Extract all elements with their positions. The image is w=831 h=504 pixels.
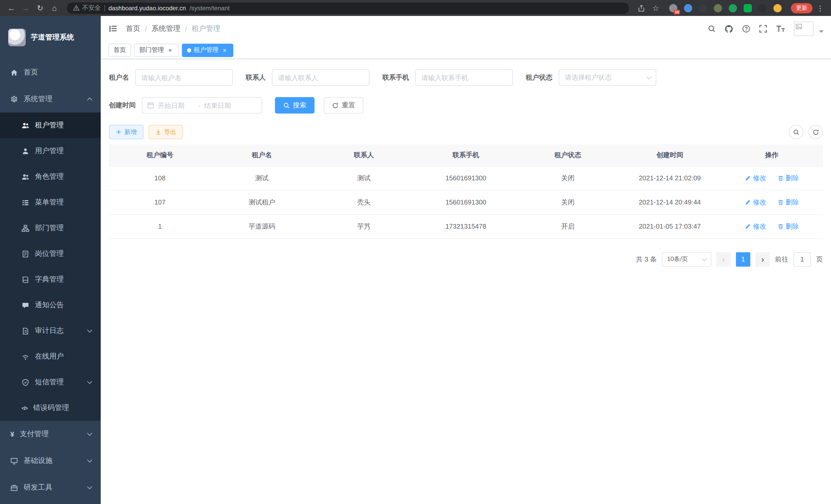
sidebar-item-label: 角色管理 (35, 172, 64, 181)
extension-icon-1[interactable]: 10 (669, 4, 677, 12)
cell-tenant-name: 测试 (211, 166, 313, 190)
total-count: 共 3 条 (636, 255, 657, 264)
tab-tenant[interactable]: 租户管理 × (182, 43, 233, 57)
action-label: 修改 (753, 173, 766, 183)
start-date-input[interactable] (158, 101, 195, 109)
browser-home-icon[interactable]: ⌂ (48, 2, 61, 13)
security-chip[interactable]: 不安全 (73, 4, 101, 12)
forward-icon[interactable]: → (20, 2, 32, 13)
sidebar-item-audit-log[interactable]: 审计日志 (0, 318, 101, 344)
sidebar-item-dict[interactable]: 字典管理 (0, 267, 101, 292)
sidebar-item-menu[interactable]: 菜单管理 (0, 189, 101, 215)
breadcrumb-system[interactable]: 系统管理 (152, 24, 180, 33)
sidebar: 芋道管理系统 首页 系统管理 租户管 (0, 16, 101, 504)
delete-button[interactable]: 删除 (777, 222, 799, 231)
toggle-search-button[interactable] (789, 125, 803, 139)
fullscreen-icon[interactable] (759, 25, 767, 33)
edit-button[interactable]: 修改 (745, 173, 766, 183)
app-title: 芋道管理系统 (31, 33, 74, 42)
cell-actions: 修改 删除 (721, 190, 823, 214)
sidebar-item-tools[interactable]: 研发工具 (0, 474, 101, 501)
org-tree-icon (22, 224, 29, 232)
close-icon[interactable]: × (167, 47, 174, 54)
help-icon[interactable] (742, 25, 750, 33)
github-icon[interactable] (725, 24, 733, 33)
badge-icon (22, 250, 29, 258)
share-icon[interactable] (635, 2, 648, 13)
tab-dept[interactable]: 部门管理 × (134, 43, 179, 57)
filter-contact: 联系人 (246, 69, 370, 86)
font-size-icon[interactable] (776, 25, 785, 32)
tab-home[interactable]: 首页 (109, 43, 131, 57)
cell-phone: 15601691300 (415, 190, 517, 214)
add-button[interactable]: 新增 (109, 125, 143, 139)
date-range-picker[interactable]: - (142, 97, 262, 114)
address-bar[interactable]: 不安全 dashboard.yudao.iocoder.cn /system/t… (67, 2, 629, 13)
sidebar-item-tenant[interactable]: 租户管理 (0, 113, 101, 138)
sidebar-item-online-user[interactable]: 在线用户 (0, 344, 101, 369)
next-page-button[interactable]: › (755, 252, 770, 266)
avatar-caret-icon[interactable] (819, 30, 823, 33)
end-date-input[interactable] (204, 101, 241, 109)
sidebar-item-label: 租户管理 (35, 121, 64, 130)
field-label: 创建时间 (109, 101, 136, 110)
extension-icon-2[interactable] (684, 4, 692, 12)
sidebar-item-system[interactable]: 系统管理 (0, 86, 101, 113)
avatar[interactable] (794, 22, 813, 36)
sidebar-item-post[interactable]: 岗位管理 (0, 241, 101, 267)
sidebar-item-error-code[interactable]: </> 错误码管理 (0, 395, 101, 421)
delete-button[interactable]: 删除 (777, 173, 799, 183)
page-number-button[interactable]: 1 (736, 252, 750, 266)
goto-page-input[interactable] (794, 252, 811, 266)
search-button[interactable]: 搜索 (275, 97, 315, 114)
sidebar-item-sms[interactable]: 短信管理 (0, 369, 101, 395)
contact-input[interactable] (272, 69, 370, 86)
sidebar-item-role[interactable]: 角色管理 (0, 164, 101, 189)
refresh-table-button[interactable] (808, 125, 823, 139)
cell-status: 关闭 (517, 190, 619, 214)
prev-page-button[interactable]: ‹ (716, 252, 731, 266)
extension-icon-8[interactable] (773, 4, 782, 12)
cell-contact: 测试 (313, 166, 415, 190)
plus-icon (116, 129, 122, 135)
tenant-name-input[interactable] (135, 69, 233, 86)
search-icon[interactable] (708, 25, 716, 33)
bookmark-star-icon[interactable]: ☆ (650, 2, 662, 13)
phone-input[interactable] (415, 69, 513, 86)
document-icon (22, 327, 29, 335)
back-icon[interactable]: ← (5, 2, 18, 13)
sidebar-item-infra[interactable]: 基础设施 (0, 447, 101, 474)
button-label: 搜索 (293, 101, 306, 110)
extension-icon-4[interactable] (714, 4, 722, 12)
close-icon[interactable]: × (221, 47, 228, 54)
sidebar-item-pay[interactable]: ¥ 支付管理 (0, 421, 101, 447)
edit-button[interactable]: 修改 (745, 198, 766, 207)
search-icon (283, 102, 290, 109)
trash-icon (777, 199, 783, 205)
browser-menu-icon[interactable]: ⋮ (814, 4, 826, 12)
extension-icon-3[interactable] (699, 4, 707, 12)
sidebar-item-dept[interactable]: 部门管理 (0, 215, 101, 241)
page-size-select[interactable]: 10条/页 (662, 252, 711, 266)
sidebar-item-home[interactable]: 首页 (0, 59, 101, 86)
sidebar-item-user[interactable]: 用户管理 (0, 138, 101, 164)
browser-update-button[interactable]: 更新 (791, 3, 812, 13)
sidebar-toggle-icon[interactable] (109, 24, 118, 33)
extension-icon-5[interactable] (729, 4, 737, 12)
reset-button[interactable]: 重置 (324, 97, 363, 114)
edit-button[interactable]: 修改 (745, 222, 766, 231)
breadcrumb-home[interactable]: 首页 (126, 24, 140, 33)
navbar-actions (708, 22, 823, 36)
extension-icon-7[interactable] (758, 4, 767, 12)
extension-icon-6[interactable] (744, 4, 752, 12)
cell-tenant-id: 108 (109, 166, 211, 190)
export-button[interactable]: 导出 (148, 125, 183, 139)
pencil-icon (745, 199, 751, 205)
gear-icon (10, 95, 18, 103)
sidebar-item-notice[interactable]: 通知公告 (0, 292, 101, 318)
tenant-status-select[interactable]: 请选择租户状态 (558, 69, 656, 86)
reload-icon[interactable]: ↻ (34, 2, 46, 13)
action-label: 修改 (753, 198, 766, 207)
delete-button[interactable]: 删除 (777, 198, 799, 207)
filter-phone: 联系手机 (382, 69, 513, 86)
